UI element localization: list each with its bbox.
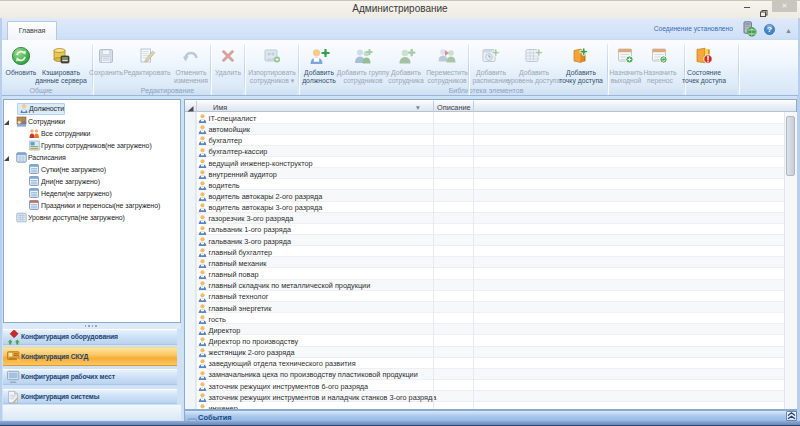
svg-text:?: ?: [767, 25, 772, 34]
